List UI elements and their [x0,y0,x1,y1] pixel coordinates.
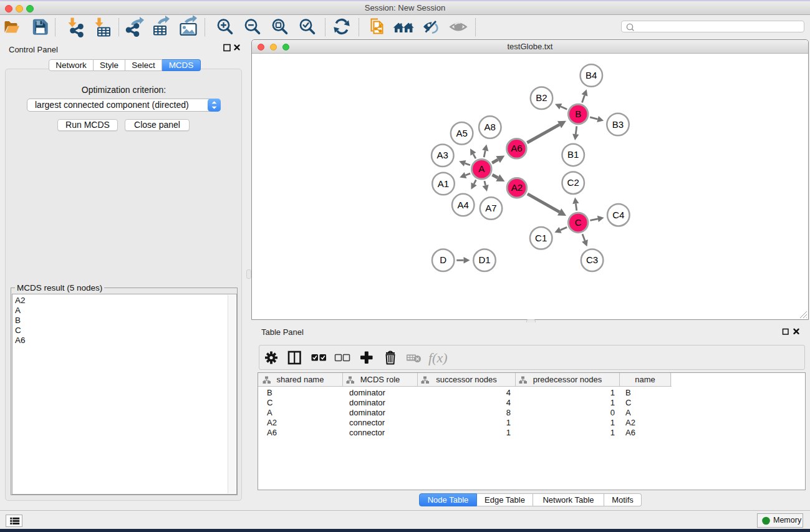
svg-text:D: D [440,254,446,265]
svg-text:C2: C2 [567,177,579,188]
svg-text:C: C [575,217,582,228]
svg-text:A4: A4 [458,200,469,210]
svg-text:C4: C4 [612,210,624,220]
svg-text:B4: B4 [586,70,597,80]
svg-text:A1: A1 [438,178,449,189]
svg-text:B3: B3 [612,119,624,130]
svg-text:A3: A3 [437,150,448,160]
svg-text:A2: A2 [511,182,523,193]
svg-text:A: A [478,163,485,174]
svg-text:A5: A5 [456,128,467,138]
svg-text:C3: C3 [586,254,598,265]
svg-text:B: B [575,109,581,119]
svg-text:f(x): f(x) [428,350,448,365]
svg-text:A8: A8 [485,122,496,132]
svg-text:B1: B1 [567,149,579,160]
svg-text:A6: A6 [511,143,522,153]
svg-text:D1: D1 [478,254,490,265]
svg-text:C1: C1 [535,233,547,243]
svg-text:B2: B2 [536,92,547,103]
svg-text:A7: A7 [485,203,496,213]
